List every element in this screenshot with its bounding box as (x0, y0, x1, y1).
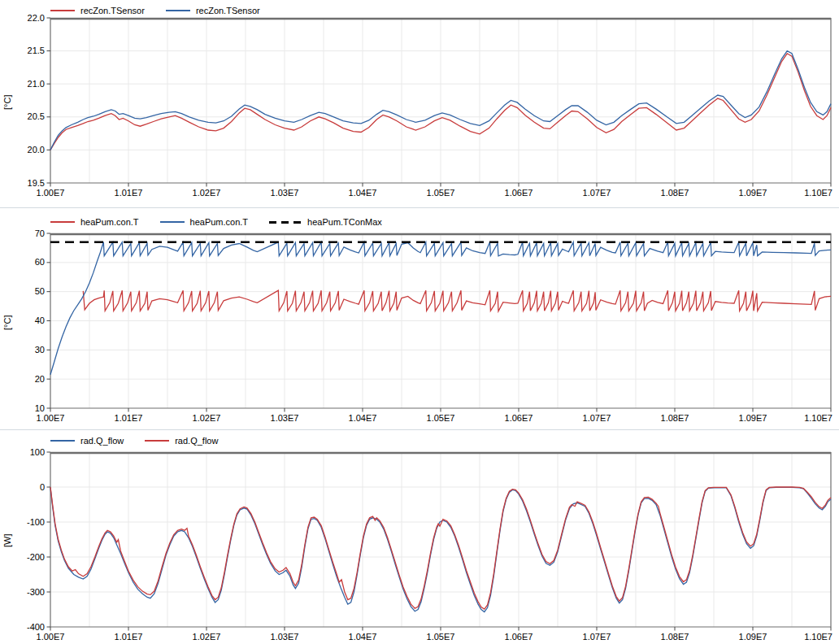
dashed-line-sample-icon (269, 221, 302, 224)
x-tick-label: 1.06E7 (494, 413, 543, 423)
y-tick-label: -400 (0, 622, 45, 633)
plot-canvas-radiator-heat-flow[interactable] (50, 452, 831, 627)
series-line-heaPum.con.T (83, 290, 831, 311)
x-tick-label: 1.08E7 (650, 413, 699, 423)
x-tick-label: 1.04E7 (338, 632, 387, 642)
y-tick-label: 40 (0, 315, 45, 326)
legend-item: heaPum.TConMax (269, 217, 382, 227)
x-tick-label: 1.05E7 (416, 632, 465, 642)
legend-item: rad.Q_flow (145, 436, 218, 446)
plot-canvas-zone-temperature[interactable] (50, 18, 831, 183)
x-tick-label: 1.01E7 (104, 188, 153, 198)
x-tick-label: 1.03E7 (260, 413, 309, 423)
legend-label: recZon.TSensor (196, 6, 260, 15)
x-tick-label: 1.03E7 (260, 188, 309, 198)
panel-separator (0, 429, 839, 430)
blue-line-sample-icon (50, 440, 75, 442)
y-tick-label: 0 (0, 482, 45, 493)
red-line-sample-icon (50, 221, 75, 223)
y-tick-label: -100 (0, 517, 45, 528)
x-tick-label: 1.06E7 (494, 188, 543, 198)
x-tick-label: 1.02E7 (182, 632, 231, 642)
y-tick-label: 100 (0, 447, 45, 458)
x-tick-label: 1.00E7 (26, 632, 75, 642)
x-tick-label: 1.08E7 (650, 632, 699, 642)
legend-condenser-temperature: heaPum.con.T heaPum.con.T heaPum.TConMax (50, 215, 382, 228)
x-tick-label: 1.01E7 (104, 413, 153, 423)
x-tick-label: 1.09E7 (728, 632, 777, 642)
y-tick-label: 21.5 (0, 46, 45, 56)
legend-label: recZon.TSensor (80, 6, 145, 15)
plot-window: recZon.TSensor recZon.TSensor [°C] heaPu… (0, 0, 839, 644)
x-tick-label: 1.02E7 (182, 188, 231, 198)
y-axis-unit-label: [W] (2, 534, 12, 548)
y-tick-label: 20.0 (0, 145, 45, 155)
x-tick-label: 1.10E7 (789, 413, 832, 423)
x-tick-label: 1.02E7 (182, 413, 231, 423)
red-line-sample-icon (50, 10, 75, 11)
y-tick-label: 60 (0, 257, 45, 268)
x-tick-label: 1.07E7 (572, 632, 621, 642)
legend-label: heaPum.TConMax (307, 217, 382, 227)
x-tick-label: 1.04E7 (338, 413, 387, 423)
x-tick-label: 1.00E7 (26, 413, 75, 423)
x-tick-label: 1.06E7 (494, 632, 543, 642)
blue-line-sample-icon (166, 10, 190, 11)
x-tick-label: 1.00E7 (26, 188, 75, 198)
legend-label: heaPum.con.T (190, 217, 249, 227)
panel-separator (0, 207, 839, 208)
y-tick-label: 19.5 (0, 178, 45, 189)
x-tick-label: 1.03E7 (260, 632, 309, 642)
y-tick-label: 50 (0, 286, 45, 297)
legend-label: heaPum.con.T (80, 217, 139, 227)
plot-canvas-condenser-temperature[interactable] (50, 233, 831, 408)
legend-item: heaPum.con.T (160, 217, 249, 227)
x-tick-label: 1.07E7 (572, 188, 621, 198)
red-line-sample-icon (145, 440, 169, 442)
legend-item: recZon.TSensor (166, 6, 260, 15)
x-tick-label: 1.10E7 (789, 632, 832, 642)
x-tick-label: 1.04E7 (338, 188, 387, 198)
blue-line-sample-icon (160, 221, 185, 223)
y-tick-label: 10 (0, 403, 45, 414)
y-tick-label: 22.0 (0, 13, 45, 24)
y-tick-label: 20 (0, 374, 45, 385)
y-tick-label: 70 (0, 228, 45, 239)
legend-item: heaPum.con.T (50, 217, 139, 227)
legend-zone-temperature: recZon.TSensor recZon.TSensor (50, 4, 260, 17)
legend-item: recZon.TSensor (50, 6, 145, 15)
y-tick-label: 30 (0, 345, 45, 355)
y-axis-unit-label: [°C] (2, 95, 12, 110)
x-tick-label: 1.09E7 (728, 413, 777, 423)
legend-radiator-heat-flow: rad.Q_flow rad.Q_flow (50, 434, 218, 447)
y-tick-label: 21.0 (0, 79, 45, 89)
x-tick-label: 1.05E7 (416, 413, 465, 423)
x-tick-label: 1.09E7 (728, 188, 777, 198)
y-tick-label: -300 (0, 587, 45, 598)
x-tick-label: 1.05E7 (416, 188, 465, 198)
y-tick-label: -200 (0, 552, 45, 563)
legend-item: rad.Q_flow (50, 436, 124, 446)
x-tick-label: 1.08E7 (650, 188, 699, 198)
x-tick-label: 1.07E7 (572, 413, 621, 423)
legend-label: rad.Q_flow (80, 436, 124, 446)
y-tick-label: 20.5 (0, 111, 45, 122)
x-tick-label: 1.01E7 (104, 632, 153, 642)
x-tick-label: 1.10E7 (789, 188, 832, 198)
legend-label: rad.Q_flow (175, 436, 218, 446)
